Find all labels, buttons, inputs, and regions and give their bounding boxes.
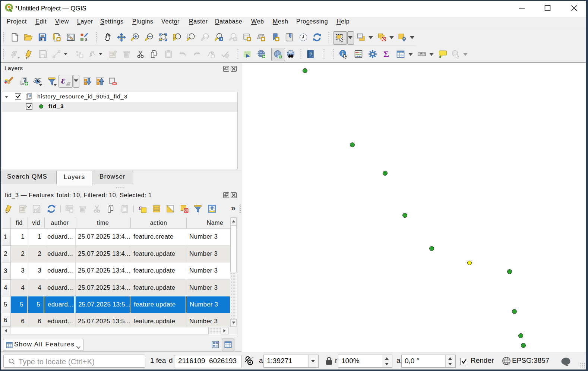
svg-text:1:1: 1:1 xyxy=(204,35,208,38)
svg-text:ε: ε xyxy=(139,204,142,211)
svg-text:a: a xyxy=(85,37,88,42)
svg-text:?: ? xyxy=(310,52,312,57)
svg-text:Σ: Σ xyxy=(383,50,389,59)
